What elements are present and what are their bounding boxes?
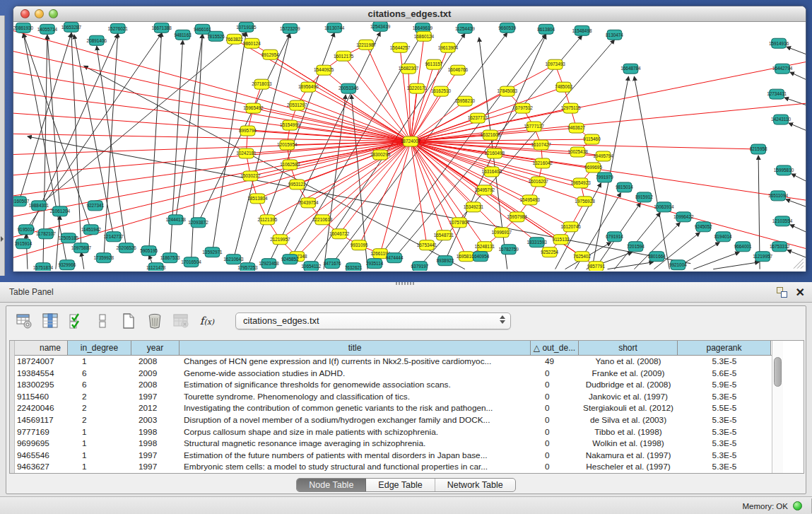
network-node[interactable]: 8613804	[537, 24, 555, 34]
network-node[interactable]: 18331593	[526, 238, 547, 247]
table-row[interactable]: 911546021997Tourette syndrome. Phenomeno…	[15, 391, 772, 403]
network-node[interactable]: 16162510	[431, 86, 452, 96]
network-node[interactable]: 9463627	[567, 123, 585, 133]
network-node[interactable]: 16860124	[414, 31, 435, 41]
network-node[interactable]: 12734411	[767, 89, 787, 99]
network-node[interactable]: 15276021	[108, 23, 129, 33]
panel-expand-arrow-icon[interactable]	[1, 236, 4, 242]
network-node[interactable]: 9953122	[288, 180, 306, 189]
network-node[interactable]: 11062583	[280, 160, 300, 170]
table-row[interactable]: 1938455462009Genome-wide association stu…	[15, 368, 772, 380]
table-cell[interactable]: Tibbo et al. (1998)	[579, 426, 678, 438]
network-node[interactable]: 8938923	[436, 256, 454, 266]
network-node[interactable]: 16012175	[334, 51, 354, 61]
table-cell[interactable]: 6	[68, 368, 131, 380]
table-cell[interactable]: 1997	[131, 450, 180, 462]
column-header-title[interactable]: title	[180, 341, 531, 355]
network-node[interactable]: 8194014	[714, 232, 732, 242]
network-node[interactable]: 9860124	[243, 38, 261, 48]
network-node[interactable]: 11451942	[81, 225, 101, 235]
table-mode-icon[interactable]	[13, 310, 35, 332]
table-cell[interactable]: 0	[531, 391, 579, 403]
network-node[interactable]: 21121395	[257, 215, 277, 225]
table-cell[interactable]: 5.3E-5	[678, 461, 771, 473]
network-hub-node[interactable]: 18724007	[401, 136, 421, 146]
table-cell[interactable]: Estimation of significance thresholds fo…	[180, 379, 531, 391]
network-node[interactable]: 12160498	[485, 148, 505, 158]
network-node[interactable]: 16648784	[620, 64, 641, 74]
network-node[interactable]: 17016504	[181, 257, 201, 267]
network-node[interactable]: 5905195	[140, 246, 158, 256]
table-cell[interactable]: 49	[531, 356, 579, 368]
network-node[interactable]: 16321608	[481, 130, 501, 140]
table-cell[interactable]: 0	[531, 461, 579, 473]
network-node[interactable]: 9474444	[386, 253, 404, 263]
network-node[interactable]: 6791914	[606, 232, 623, 242]
table-cell[interactable]: 5.3E-5	[678, 426, 771, 438]
network-node[interactable]: 16120746	[560, 222, 581, 232]
network-node[interactable]: 16046766	[448, 65, 469, 75]
table-cell[interactable]: 2	[68, 402, 131, 414]
network-node[interactable]: 8801664	[648, 252, 666, 262]
table-row[interactable]: 977716911998Corpus callosum shape and si…	[15, 426, 772, 438]
new-column-icon[interactable]	[118, 310, 139, 332]
table-body[interactable]: 1872400712008Changes of HCN gene express…	[15, 356, 772, 473]
network-node[interactable]: 14243110	[771, 115, 791, 124]
network-node[interactable]: 7663822	[225, 34, 243, 44]
network-node[interactable]: 15495792	[475, 185, 495, 195]
table-cell[interactable]: 9463627	[15, 461, 68, 473]
minimize-window-icon[interactable]	[35, 9, 44, 18]
table-cell[interactable]: 18724007	[15, 356, 68, 368]
table-cell[interactable]: 2008	[131, 379, 180, 391]
clear-selection-icon[interactable]	[92, 310, 113, 332]
table-row[interactable]: 1872400712008Changes of HCN gene express…	[15, 356, 772, 368]
table-cell[interactable]: 0	[531, 379, 579, 391]
network-node[interactable]: 13220171	[407, 83, 428, 93]
function-builder-icon[interactable]: f(x)	[196, 310, 218, 332]
table-cell[interactable]: 1	[68, 426, 131, 438]
table-cell[interactable]: 2	[68, 391, 131, 403]
network-node[interactable]: 9699695	[584, 163, 602, 173]
table-cell[interactable]: 5.6E-5	[678, 368, 771, 380]
network-node[interactable]: 12015954	[277, 140, 298, 150]
column-visibility-icon[interactable]	[40, 310, 61, 332]
network-node[interactable]: 10996917	[492, 228, 512, 238]
table-cell[interactable]: 9115460	[15, 391, 68, 403]
network-node[interactable]: 9329966	[58, 260, 76, 270]
table-cell[interactable]: Yano et al. (2008)	[579, 356, 678, 368]
network-node[interactable]: 7485063	[555, 82, 572, 92]
tab-edge-table[interactable]: Edge Table	[366, 479, 435, 491]
network-node[interactable]: 20718013	[252, 79, 272, 89]
network-node[interactable]: 15248131	[475, 242, 495, 252]
table-cell[interactable]: 1	[68, 356, 131, 368]
table-cell[interactable]: Jankovic et al. (1997)	[579, 391, 678, 403]
network-node[interactable]: 12923468	[259, 259, 279, 269]
table-cell[interactable]: 9777169	[15, 426, 68, 438]
column-header-name[interactable]: name	[15, 341, 68, 355]
table-cell[interactable]: 5.3E-5	[678, 391, 771, 403]
network-node[interactable]: 15154999	[280, 120, 300, 130]
splitter-grip[interactable]	[396, 282, 416, 285]
table-cell[interactable]: 19384554	[15, 368, 68, 380]
memory-ok-indicator-icon[interactable]	[793, 501, 802, 510]
close-panel-icon[interactable]: ✕	[796, 282, 805, 303]
table-cell[interactable]: 1998	[131, 426, 180, 438]
network-node[interactable]: 8912954	[261, 49, 279, 59]
network-node[interactable]: 8471676	[324, 259, 341, 269]
network-node[interactable]: 9613157	[425, 59, 443, 69]
table-cell[interactable]: 6	[68, 379, 131, 391]
network-node[interactable]: 9115132	[552, 235, 570, 245]
network-node[interactable]: 23160507	[13, 197, 30, 206]
table-row[interactable]: 1830029562008Estimation of significance …	[15, 379, 772, 391]
network-node[interactable]: 9245852	[281, 255, 299, 264]
network-node[interactable]: 8995794	[239, 126, 257, 136]
network-node[interactable]: 9115460	[583, 134, 601, 144]
network-node[interactable]: 10242181	[236, 148, 257, 158]
network-node[interactable]: 11219957	[753, 252, 772, 262]
float-panel-icon[interactable]	[777, 287, 787, 298]
network-node[interactable]: 12103554	[772, 216, 793, 226]
network-node[interactable]: 15751874	[33, 263, 54, 271]
network-node[interactable]: 6379197	[411, 262, 429, 271]
network-node[interactable]: 15958210	[455, 96, 476, 106]
network-node[interactable]: 16671388	[151, 23, 172, 33]
